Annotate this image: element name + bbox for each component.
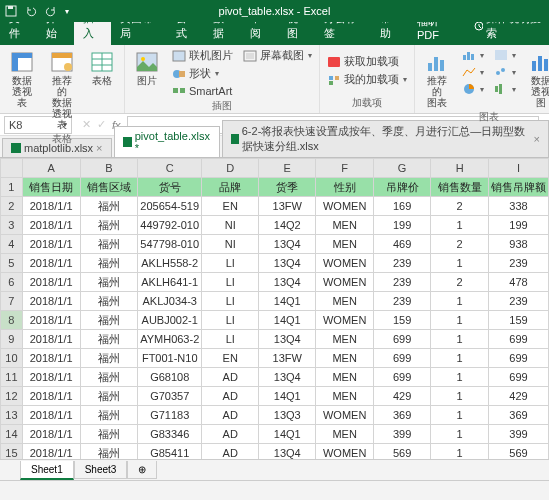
cell[interactable]: MEN: [316, 368, 374, 387]
cell[interactable]: 239: [488, 292, 548, 311]
chart-type4-button[interactable]: ▾: [491, 47, 519, 63]
cell[interactable]: 429: [488, 387, 548, 406]
cell[interactable]: 1: [431, 406, 489, 425]
cell[interactable]: 2018/1/1: [22, 330, 80, 349]
cell[interactable]: 1: [431, 444, 489, 460]
online-pictures-button[interactable]: 联机图片: [169, 47, 236, 64]
chart-type3-button[interactable]: ▾: [459, 81, 487, 97]
cell[interactable]: 福州: [80, 349, 138, 368]
cell[interactable]: AKLJ034-3: [138, 292, 202, 311]
qat-dropdown-icon[interactable]: ▾: [65, 7, 69, 16]
cell[interactable]: AKLH558-2: [138, 254, 202, 273]
row-header[interactable]: 5: [1, 254, 23, 273]
column-header[interactable]: D: [202, 159, 259, 178]
column-header[interactable]: E: [259, 159, 316, 178]
cell[interactable]: 2018/1/1: [22, 444, 80, 460]
cell[interactable]: 1: [431, 311, 489, 330]
cell[interactable]: 399: [373, 425, 430, 444]
cell[interactable]: WOMEN: [316, 197, 374, 216]
cell[interactable]: 1: [431, 216, 489, 235]
close-tab-icon[interactable]: ×: [534, 133, 540, 145]
row-header[interactable]: 8: [1, 311, 23, 330]
cell[interactable]: 199: [373, 216, 430, 235]
row-header[interactable]: 11: [1, 368, 23, 387]
header-cell[interactable]: 性别: [316, 178, 374, 197]
cell[interactable]: 399: [488, 425, 548, 444]
cell[interactable]: AD: [202, 387, 259, 406]
cell[interactable]: 369: [488, 406, 548, 425]
row-header[interactable]: 15: [1, 444, 23, 460]
cell[interactable]: 2018/1/1: [22, 216, 80, 235]
row-header[interactable]: 2: [1, 197, 23, 216]
get-addins-button[interactable]: 获取加载项: [324, 53, 410, 70]
cell[interactable]: FT001-N10: [138, 349, 202, 368]
pivot-table-button[interactable]: 数据透视表: [4, 47, 40, 110]
cell[interactable]: 14Q1: [259, 292, 316, 311]
cell[interactable]: AD: [202, 368, 259, 387]
cell[interactable]: 699: [488, 368, 548, 387]
sheet-tab-1[interactable]: Sheet3: [74, 461, 128, 479]
cell[interactable]: 199: [488, 216, 548, 235]
row-header[interactable]: 13: [1, 406, 23, 425]
cell[interactable]: MEN: [316, 387, 374, 406]
column-header[interactable]: H: [431, 159, 489, 178]
cell[interactable]: MEN: [316, 235, 374, 254]
cell[interactable]: 福州: [80, 330, 138, 349]
cell[interactable]: 14Q1: [259, 425, 316, 444]
cell[interactable]: 2018/1/1: [22, 349, 80, 368]
cell[interactable]: 2018/1/1: [22, 387, 80, 406]
cell[interactable]: G70357: [138, 387, 202, 406]
cell[interactable]: WOMEN: [316, 406, 374, 425]
spreadsheet-grid[interactable]: ABCDEFGHI1销售日期销售区域货号品牌货季性别吊牌价销售数量销售吊牌额22…: [0, 158, 549, 459]
cell[interactable]: 福州: [80, 292, 138, 311]
row-header[interactable]: 4: [1, 235, 23, 254]
cell[interactable]: 13Q4: [259, 254, 316, 273]
cell[interactable]: 429: [373, 387, 430, 406]
sheet-tab-0[interactable]: Sheet1: [20, 461, 74, 480]
column-header[interactable]: I: [488, 159, 548, 178]
cell[interactable]: 14Q1: [259, 387, 316, 406]
cell[interactable]: LI: [202, 311, 259, 330]
cell[interactable]: 1: [431, 330, 489, 349]
column-header[interactable]: A: [22, 159, 80, 178]
cell[interactable]: 1: [431, 349, 489, 368]
cell[interactable]: 2018/1/1: [22, 254, 80, 273]
cell[interactable]: 福州: [80, 368, 138, 387]
cell[interactable]: 福州: [80, 273, 138, 292]
cell[interactable]: 13Q4: [259, 444, 316, 460]
table-button[interactable]: 表格: [84, 47, 120, 88]
chart-type5-button[interactable]: ▾: [491, 64, 519, 80]
cell[interactable]: WOMEN: [316, 444, 374, 460]
cell[interactable]: 239: [373, 273, 430, 292]
header-cell[interactable]: 品牌: [202, 178, 259, 197]
workbook-tab-2[interactable]: 6-2-将报表快速设置成按年、季度、月进行汇总—日期型数据快速分组.xlsx ×: [222, 120, 549, 157]
cell[interactable]: EN: [202, 197, 259, 216]
cell[interactable]: 福州: [80, 387, 138, 406]
cell[interactable]: G68108: [138, 368, 202, 387]
column-header[interactable]: F: [316, 159, 374, 178]
row-header[interactable]: 9: [1, 330, 23, 349]
row-header[interactable]: 12: [1, 387, 23, 406]
cell[interactable]: 2: [431, 235, 489, 254]
pivot-chart-button[interactable]: 数据透视图: [523, 47, 549, 110]
cell[interactable]: 13Q4: [259, 368, 316, 387]
workbook-tab-1[interactable]: pivot_table.xlsx *: [114, 126, 220, 157]
cell[interactable]: MEN: [316, 349, 374, 368]
cell[interactable]: 13Q4: [259, 330, 316, 349]
chart-type2-button[interactable]: ▾: [459, 64, 487, 80]
cell[interactable]: 14Q2: [259, 216, 316, 235]
chart-type6-button[interactable]: ▾: [491, 81, 519, 97]
cell[interactable]: 699: [373, 330, 430, 349]
cell[interactable]: 699: [373, 349, 430, 368]
cell[interactable]: 239: [488, 254, 548, 273]
cell[interactable]: 2: [431, 273, 489, 292]
cell[interactable]: 2018/1/1: [22, 235, 80, 254]
grid-table[interactable]: ABCDEFGHI1销售日期销售区域货号品牌货季性别吊牌价销售数量销售吊牌额22…: [0, 158, 549, 459]
cell[interactable]: NI: [202, 216, 259, 235]
cell[interactable]: WOMEN: [316, 311, 374, 330]
recommended-pivot-button[interactable]: 推荐的数据透视表: [44, 47, 80, 132]
cell[interactable]: 338: [488, 197, 548, 216]
select-all-corner[interactable]: [1, 159, 23, 178]
header-cell[interactable]: 销售区域: [80, 178, 138, 197]
cell[interactable]: 159: [488, 311, 548, 330]
